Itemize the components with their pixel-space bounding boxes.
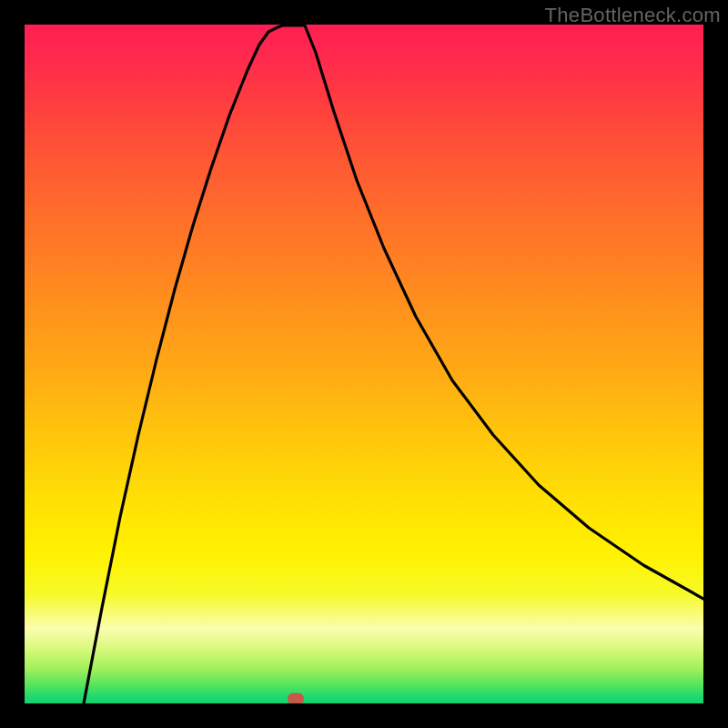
chart-frame: TheBottleneck.com — [0, 0, 728, 728]
plot-area — [25, 25, 703, 703]
watermark-text: TheBottleneck.com — [545, 4, 721, 27]
bottleneck-curve — [25, 25, 703, 703]
optimal-point-marker — [288, 693, 304, 704]
